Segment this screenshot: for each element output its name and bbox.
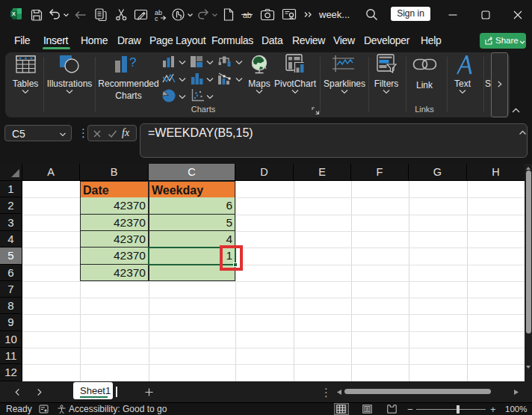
svg-text:c: c xyxy=(155,15,158,22)
svg-text:X: X xyxy=(12,10,16,17)
svg-text:?: ? xyxy=(129,55,136,70)
